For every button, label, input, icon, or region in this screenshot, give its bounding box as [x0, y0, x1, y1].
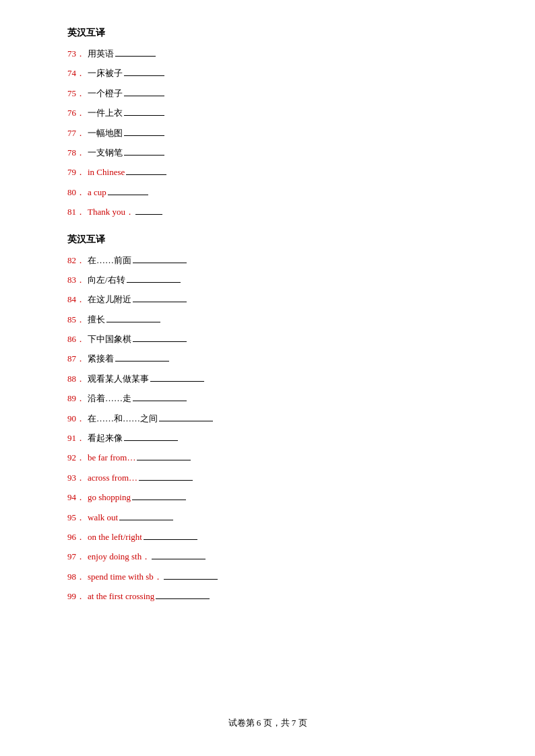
item-number: 95． [67, 510, 88, 525]
item-text: 沿着……走 [88, 390, 187, 406]
answer-line [135, 214, 162, 215]
item-text: 一床被子 [88, 65, 164, 81]
item-number: 92． [67, 450, 88, 465]
list-item: 73． 用英语 [67, 46, 468, 61]
list-item: 94． go shopping [67, 489, 468, 505]
answer-line [124, 440, 178, 441]
list-item: 95． walk out [67, 510, 468, 525]
item-text: 擅长 [88, 312, 160, 327]
item-number: 90． [67, 411, 88, 426]
list-item: 90． 在……和……之间 [67, 411, 468, 426]
answer-line [127, 282, 181, 283]
item-number: 84． [67, 291, 88, 307]
list-item: 74． 一床被子 [67, 65, 468, 81]
item-text: Thank you． [88, 204, 162, 219]
list-item: 92． be far from… [67, 450, 468, 465]
item-text: 一件上衣 [88, 105, 164, 121]
list-item: 75． 一个橙子 [67, 85, 468, 101]
item-text: across from… [88, 470, 193, 485]
item-text: go shopping [88, 489, 186, 505]
list-item: 83． 向左/右转 [67, 272, 468, 287]
list-item: 99． at the first crossing [67, 588, 468, 604]
answer-line [156, 598, 210, 599]
item-number: 91． [67, 430, 88, 446]
item-number: 89． [67, 390, 88, 406]
item-number: 98． [67, 569, 88, 584]
item-number: 97． [67, 549, 88, 564]
item-text: 用英语 [88, 46, 156, 61]
answer-line [150, 381, 204, 382]
list-item: 88． 观看某人做某事 [67, 371, 468, 386]
list-item: 89． 沿着……走 [67, 390, 468, 406]
item-text: 在这儿附近 [88, 291, 187, 307]
item-text: 一幅地图 [88, 125, 164, 141]
answer-line [133, 341, 187, 342]
list-item: 78． 一支钢笔 [67, 145, 468, 160]
answer-line [115, 56, 156, 57]
answer-line [108, 195, 148, 195]
list-item: 97． enjoy doing sth． [67, 549, 468, 564]
list-item: 79． in Chinese [67, 164, 468, 180]
list-item: 77． 一幅地图 [67, 125, 468, 141]
section1-list: 73． 用英语 74． 一床被子 75． 一个橙子 76． 一件上衣 77． 一… [67, 46, 468, 220]
answer-line [126, 174, 166, 175]
item-number: 74． [67, 65, 88, 81]
answer-line [106, 322, 160, 322]
page-footer: 试卷第 6 页，共 7 页 [0, 717, 535, 729]
item-number: 75． [67, 85, 88, 101]
item-number: 85． [67, 312, 88, 327]
section1-title: 英汉互译 [67, 27, 468, 39]
item-number: 82． [67, 252, 88, 268]
item-number: 79． [67, 164, 88, 180]
item-text: walk out [88, 510, 173, 525]
item-number: 87． [67, 351, 88, 366]
page: 英汉互译 73． 用英语 74． 一床被子 75． 一个橙子 76． 一件上衣 … [0, 0, 535, 756]
item-number: 88． [67, 371, 88, 386]
answer-line [133, 401, 187, 401]
item-text: 看起来像 [88, 430, 178, 446]
list-item: 84． 在这儿附近 [67, 291, 468, 307]
answer-line [124, 155, 164, 156]
answer-line [137, 460, 191, 460]
item-number: 77． [67, 125, 88, 141]
item-text: 在……前面 [88, 252, 187, 268]
list-item: 93． across from… [67, 470, 468, 485]
item-text: enjoy doing sth． [88, 549, 206, 564]
item-text: 观看某人做某事 [88, 371, 204, 386]
answer-line [115, 361, 169, 362]
item-text: 一支钢笔 [88, 145, 164, 160]
item-text: 向左/右转 [88, 272, 181, 287]
item-number: 86． [67, 331, 88, 347]
list-item: 87． 紧接着 [67, 351, 468, 366]
answer-line [144, 539, 197, 540]
answer-line [124, 115, 164, 116]
item-number: 81． [67, 204, 88, 219]
list-item: 80． a cup [67, 184, 468, 200]
item-text: 一个橙子 [88, 85, 164, 101]
list-item: 76． 一件上衣 [67, 105, 468, 121]
answer-line [133, 263, 187, 263]
section2-title: 英汉互译 [67, 234, 468, 246]
item-text: 紧接着 [88, 351, 169, 366]
answer-line [124, 96, 164, 96]
item-number: 76． [67, 105, 88, 121]
item-text: a cup [88, 184, 148, 200]
item-number: 96． [67, 529, 88, 545]
item-number: 80． [67, 184, 88, 200]
answer-line [159, 421, 213, 421]
list-item: 85． 擅长 [67, 312, 468, 327]
item-number: 78． [67, 145, 88, 160]
answer-line [164, 579, 218, 580]
item-text: at the first crossing [88, 588, 210, 604]
item-text: on the left/right [88, 529, 197, 545]
answer-line [132, 500, 186, 500]
list-item: 86． 下中国象棋 [67, 331, 468, 347]
item-text: in Chinese [88, 164, 166, 180]
list-item: 82． 在……前面 [67, 252, 468, 268]
list-item: 96． on the left/right [67, 529, 468, 545]
list-item: 91． 看起来像 [67, 430, 468, 446]
answer-line [124, 75, 164, 76]
item-number: 73． [67, 46, 88, 61]
answer-line [139, 480, 193, 481]
item-number: 94． [67, 489, 88, 505]
